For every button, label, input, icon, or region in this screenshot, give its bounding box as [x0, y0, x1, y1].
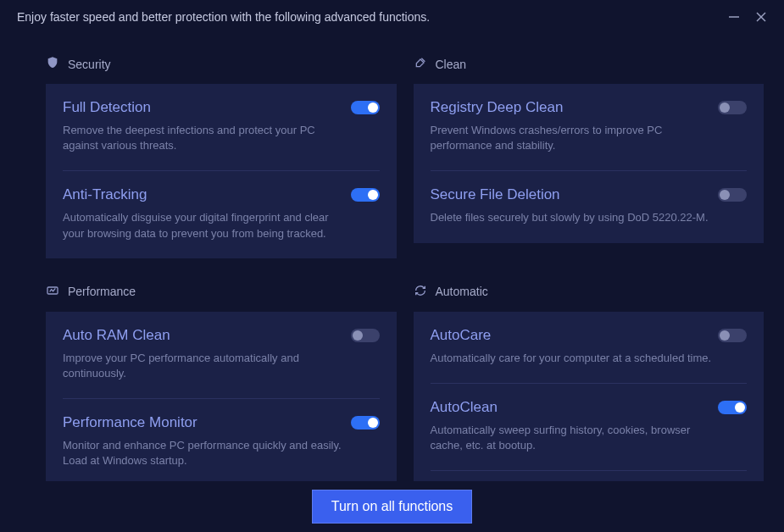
gauge-icon — [46, 284, 59, 300]
window-controls — [728, 11, 767, 23]
panel-clean: Registry Deep Clean Prevent Windows cras… — [414, 84, 765, 243]
item-full-detection: Full Detection Remove the deepest infect… — [63, 84, 380, 171]
item-title: AutoCare — [431, 327, 492, 344]
section-title: Security — [68, 58, 111, 71]
section-title: Performance — [68, 285, 136, 298]
panel-security: Full Detection Remove the deepest infect… — [46, 84, 397, 258]
item-secure-file-deletion: Secure File Deletion Delete files secure… — [431, 171, 748, 242]
item-desc: Improve your PC performance automaticall… — [63, 351, 351, 381]
item-title: Performance Monitor — [63, 414, 197, 431]
toggle-full-detection[interactable] — [351, 101, 380, 114]
toggle-auto-ram-clean[interactable] — [351, 329, 380, 342]
item-title: Full Detection — [63, 99, 151, 116]
section-title: Automatic — [436, 285, 488, 298]
toggle-autocare[interactable] — [718, 329, 747, 342]
section-security: Security Full Detection Remove the deepe… — [46, 56, 397, 258]
item-desc: Monitor and enhance PC performance quick… — [63, 438, 351, 468]
content-scroll[interactable]: Security Full Detection Remove the deepe… — [0, 39, 784, 481]
footer: Turn on all functions — [0, 481, 784, 532]
item-title: Anti-Tracking — [63, 186, 147, 203]
refresh-icon — [414, 284, 427, 300]
section-clean: Clean Registry Deep Clean Prevent Window… — [414, 56, 765, 258]
toggle-registry-deep-clean[interactable] — [718, 101, 747, 114]
item-autocare: AutoCare Automatically care for your com… — [431, 312, 748, 384]
item-desc: Automatically care for your computer at … — [431, 351, 719, 366]
item-title: Auto RAM Clean — [63, 327, 170, 344]
section-performance: Performance Auto RAM Clean Improve your … — [46, 284, 397, 481]
section-title: Clean — [436, 58, 467, 71]
shield-icon — [46, 56, 59, 72]
item-desc: Automatically sweep surfing history, coo… — [431, 423, 719, 453]
item-desc: Delete files securely but slowly by usin… — [431, 210, 719, 225]
item-desc: Remove the deepest infections and protec… — [63, 123, 351, 153]
titlebar-text: Enjoy faster speed and better protection… — [17, 10, 430, 24]
item-autoupdate: AutoUpdate — [431, 471, 748, 481]
panel-automatic: AutoCare Automatically care for your com… — [414, 312, 765, 481]
toggle-autoclean[interactable] — [718, 401, 747, 414]
section-header-automatic: Automatic — [414, 284, 765, 300]
toggle-anti-tracking[interactable] — [351, 188, 380, 202]
item-desc: Prevent Windows crashes/errors to improv… — [431, 123, 719, 153]
close-button[interactable] — [755, 11, 767, 23]
toggle-secure-file-deletion[interactable] — [718, 188, 747, 202]
item-desc: Automatically disguise your digital fing… — [63, 210, 351, 241]
section-automatic: Automatic AutoCare Automatically care fo… — [414, 284, 765, 481]
sections-grid: Security Full Detection Remove the deepe… — [46, 56, 764, 481]
item-auto-ram-clean: Auto RAM Clean Improve your PC performan… — [63, 312, 380, 399]
section-header-security: Security — [46, 56, 397, 72]
toggle-performance-monitor[interactable] — [351, 416, 380, 429]
section-header-performance: Performance — [46, 284, 397, 300]
item-performance-monitor: Performance Monitor Monitor and enhance … — [63, 399, 380, 481]
item-title: Registry Deep Clean — [431, 99, 564, 116]
item-anti-tracking: Anti-Tracking Automatically disguise you… — [63, 171, 380, 258]
item-title: AutoClean — [431, 399, 498, 416]
panel-performance: Auto RAM Clean Improve your PC performan… — [46, 312, 397, 481]
item-title: Secure File Deletion — [431, 186, 560, 203]
titlebar: Enjoy faster speed and better protection… — [0, 0, 784, 32]
turn-on-all-button[interactable]: Turn on all functions — [312, 490, 472, 524]
section-header-clean: Clean — [414, 56, 765, 72]
minimize-button[interactable] — [728, 11, 740, 23]
broom-icon — [414, 56, 427, 72]
item-autoclean: AutoClean Automatically sweep surfing hi… — [431, 384, 748, 471]
item-registry-deep-clean: Registry Deep Clean Prevent Windows cras… — [431, 84, 748, 171]
